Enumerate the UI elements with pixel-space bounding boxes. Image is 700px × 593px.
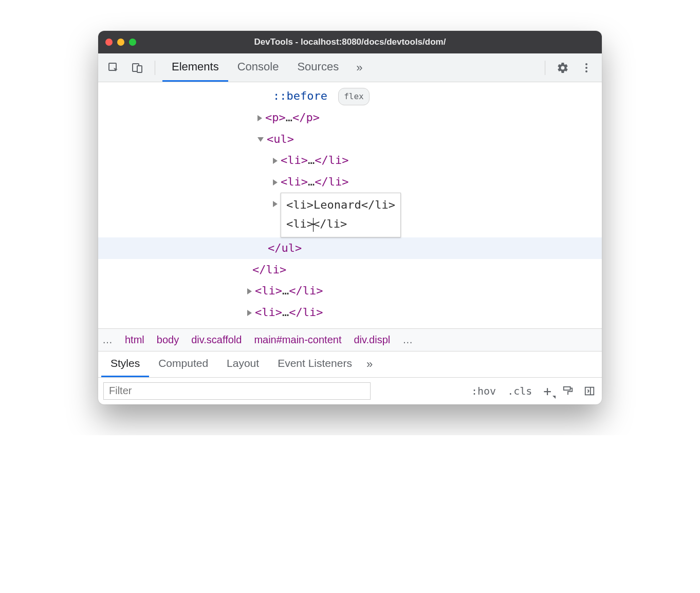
li-edit-row[interactable]: <li>Leonard</li><li></li> <box>98 193 602 237</box>
tab-console[interactable]: Console <box>228 53 288 82</box>
subtab-styles[interactable]: Styles <box>101 351 149 377</box>
breadcrumb-div-scaffold[interactable]: div.scaffold <box>191 334 242 346</box>
maximize-window-button[interactable] <box>129 39 136 46</box>
svg-rect-2 <box>137 66 142 72</box>
pseudo-element-label: ::before <box>273 89 327 102</box>
tabs-overflow-button[interactable]: » <box>351 61 367 75</box>
edit-line-2-open: <li> <box>286 217 314 230</box>
styles-tabs: Styles Computed Layout Event Listeners » <box>98 351 602 378</box>
li-collapsed-row[interactable]: <li>…</li> <box>98 171 602 193</box>
styles-filter-input[interactable] <box>103 382 371 400</box>
computed-sidebar-toggle-icon[interactable] <box>582 384 597 398</box>
ul-open-row[interactable]: <ul> <box>98 128 602 150</box>
svg-rect-6 <box>564 387 570 390</box>
li-collapsed-row[interactable]: <li>…</li> <box>98 302 602 323</box>
main-toolbar: Elements Console Sources » <box>98 53 602 82</box>
breadcrumb-main[interactable]: main#main-content <box>254 334 341 346</box>
close-window-button[interactable] <box>105 39 113 46</box>
subtab-event-listeners[interactable]: Event Listeners <box>268 351 361 377</box>
svg-point-5 <box>585 70 587 72</box>
dom-breadcrumb: … html body div.scaffold main#main-conte… <box>98 328 602 351</box>
p-collapsed-row[interactable]: <p>…</p> <box>98 107 602 128</box>
subtabs-overflow-button[interactable]: » <box>361 358 378 371</box>
pseudo-before-row[interactable]: ::before flex <box>98 85 602 107</box>
tab-elements[interactable]: Elements <box>162 53 228 82</box>
minimize-window-button[interactable] <box>117 39 124 46</box>
li-close-row[interactable]: </li> <box>98 259 602 281</box>
panel-tabs: Elements Console Sources <box>162 53 348 82</box>
new-style-rule-button[interactable]: + <box>541 384 554 398</box>
li-collapsed-row[interactable]: <li>…</li> <box>98 150 602 171</box>
window-title: DevTools - localhost:8080/docs/devtools/… <box>98 37 602 47</box>
expand-arrow-icon[interactable] <box>273 179 278 186</box>
toggle-hov-button[interactable]: :hov <box>469 385 498 397</box>
ul-close-row[interactable]: </ul> <box>98 237 602 259</box>
breadcrumb-ellipsis-left[interactable]: … <box>102 334 113 346</box>
breadcrumb-body[interactable]: body <box>157 334 179 346</box>
svg-point-3 <box>585 63 587 65</box>
device-mode-icon[interactable] <box>127 58 148 78</box>
subtab-layout[interactable]: Layout <box>217 351 268 377</box>
breadcrumb-div-displ[interactable]: div.displ <box>354 334 390 346</box>
more-menu-icon[interactable] <box>576 58 597 78</box>
li-collapsed-row[interactable]: <li>…</li> <box>98 280 602 302</box>
breadcrumb-ellipsis-right[interactable]: … <box>402 334 413 346</box>
expand-arrow-icon[interactable] <box>273 158 278 164</box>
tab-sources[interactable]: Sources <box>288 53 348 82</box>
toggle-cls-button[interactable]: .cls <box>505 385 534 397</box>
svg-rect-7 <box>585 387 594 395</box>
paint-format-icon[interactable] <box>561 384 575 398</box>
collapse-arrow-icon[interactable] <box>257 137 264 142</box>
toolbar-separator <box>545 61 545 75</box>
expand-arrow-icon[interactable] <box>247 310 252 316</box>
toolbar-separator <box>155 61 155 75</box>
edit-line-2-close: </li> <box>313 217 347 230</box>
expand-arrow-icon[interactable] <box>273 201 278 207</box>
edit-line-1: <li>Leonard</li> <box>286 198 395 211</box>
expand-arrow-icon[interactable] <box>257 115 262 121</box>
settings-gear-icon[interactable] <box>552 58 573 78</box>
breadcrumb-html[interactable]: html <box>125 334 144 346</box>
edit-html-box[interactable]: <li>Leonard</li><li></li> <box>281 193 401 237</box>
svg-point-4 <box>585 67 587 69</box>
traffic-lights <box>105 39 136 46</box>
expand-arrow-icon[interactable] <box>247 288 252 294</box>
flex-badge[interactable]: flex <box>338 88 370 105</box>
elements-dom-tree[interactable]: ::before flex <p>…</p> <ul> <li>…</li> <… <box>98 82 602 328</box>
devtools-window: DevTools - localhost:8080/docs/devtools/… <box>98 31 602 404</box>
inspect-element-icon[interactable] <box>103 58 124 78</box>
styles-toolbar: :hov .cls + <box>98 378 602 404</box>
titlebar: DevTools - localhost:8080/docs/devtools/… <box>98 31 602 53</box>
subtab-computed[interactable]: Computed <box>149 351 217 377</box>
